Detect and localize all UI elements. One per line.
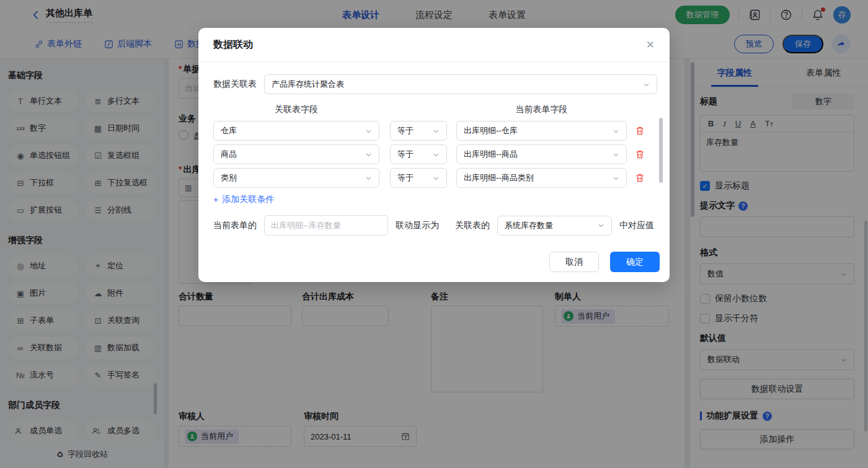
- trash-icon[interactable]: [635, 149, 645, 159]
- relation-table-select[interactable]: 产品库存统计聚合表: [264, 74, 657, 94]
- cancel-button[interactable]: 取消: [549, 252, 599, 272]
- condition-row: 商品 等于 出库明细--商品: [213, 144, 660, 164]
- modal-body: 数据关联表 产品库存统计聚合表 关联表字段 当前表单字段 仓库 等于 出库明细-…: [198, 62, 670, 236]
- current-form-field-select[interactable]: 出库明细--商品: [456, 144, 627, 164]
- condition-row: 仓库 等于 出库明细--仓库: [213, 121, 660, 141]
- mapping-target-input[interactable]: [264, 215, 388, 236]
- data-linkage-modal: 数据联动 ✕ 数据关联表 产品库存统计聚合表 关联表字段 当前表单字段 仓库 等…: [198, 28, 670, 282]
- right-column-header: 当前表单字段: [456, 104, 627, 115]
- close-icon[interactable]: ✕: [646, 38, 655, 51]
- mapping-middle-label: 联动显示为: [396, 220, 439, 231]
- confirm-button[interactable]: 确定: [610, 252, 660, 272]
- chevron-down-icon: [613, 151, 619, 158]
- modal-header: 数据联动 ✕: [198, 28, 670, 62]
- current-form-field-select[interactable]: 出库明细--仓库: [456, 121, 627, 141]
- chevron-down-icon: [365, 175, 372, 182]
- left-column-header: 关联表字段: [213, 104, 379, 115]
- chevron-down-icon: [598, 222, 604, 229]
- form-designer-app: 其他出库单 表单设计 流程设定 表单设置 数据管理 存: [0, 0, 868, 468]
- chevron-down-icon: [433, 128, 440, 135]
- mapping-source-select[interactable]: 系统库存数量: [497, 216, 612, 236]
- chevron-down-icon: [613, 128, 619, 135]
- mapping-row: 当前表单的 联动显示为 关联表的 系统库存数量 中对应值: [213, 215, 660, 236]
- chevron-down-icon: [643, 81, 650, 88]
- mapping-suffix-label: 中对应值: [619, 220, 654, 231]
- trash-icon[interactable]: [635, 126, 645, 136]
- add-condition-link[interactable]: + 添加关联条件: [213, 194, 274, 205]
- current-form-field-select[interactable]: 出库明细--商品类别: [456, 168, 627, 188]
- condition-row: 类别 等于 出库明细--商品类别: [213, 168, 660, 188]
- modal-scrollbar[interactable]: [659, 118, 663, 183]
- related-field-select[interactable]: 仓库: [213, 121, 379, 141]
- mapping-table-label: 关联表的: [455, 220, 490, 231]
- trash-icon[interactable]: [635, 173, 645, 183]
- chevron-down-icon: [433, 175, 440, 182]
- related-field-select[interactable]: 商品: [213, 144, 379, 164]
- relation-table-label: 数据关联表: [213, 79, 257, 90]
- modal-title: 数据联动: [213, 38, 253, 51]
- operator-select[interactable]: 等于: [390, 168, 447, 188]
- modal-footer: 取消 确定: [549, 252, 660, 272]
- chevron-down-icon: [433, 151, 440, 158]
- condition-column-headers: 关联表字段 当前表单字段: [213, 104, 660, 115]
- operator-select[interactable]: 等于: [390, 144, 447, 164]
- operator-select[interactable]: 等于: [390, 121, 447, 141]
- chevron-down-icon: [365, 128, 372, 135]
- chevron-down-icon: [365, 151, 372, 158]
- chevron-down-icon: [613, 175, 619, 182]
- related-field-select[interactable]: 类别: [213, 168, 379, 188]
- plus-icon: +: [213, 195, 218, 205]
- mapping-prefix-label: 当前表单的: [213, 220, 257, 231]
